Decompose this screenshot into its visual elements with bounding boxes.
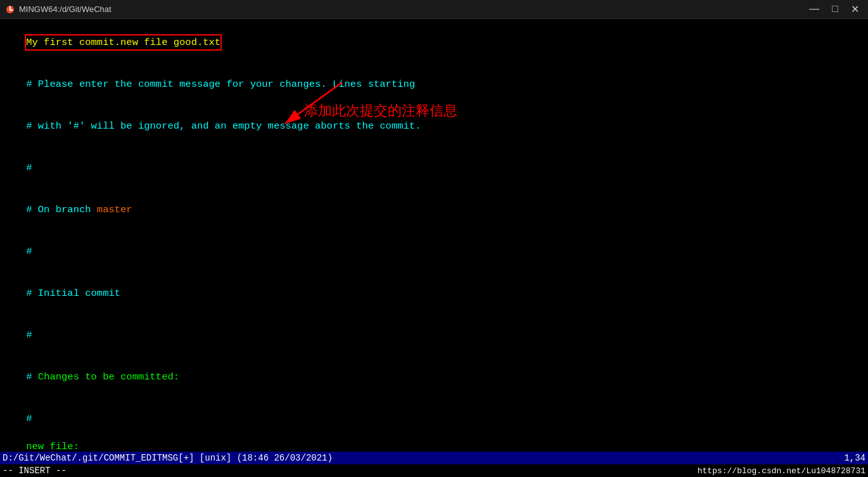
status-bar-position: 1,34 (844, 453, 865, 463)
app-icon (5, 4, 15, 15)
svg-rect-1 (10, 6, 11, 10)
url-text: https://blog.csdn.net/Lu1048728731 (698, 466, 865, 476)
close-button[interactable]: ✕ (847, 3, 863, 15)
title-bar-left: MINGW64:/d/Git/WeChat (5, 4, 112, 15)
line-2: # Please enter the commit message for yo… (3, 63, 865, 105)
window-title: MINGW64:/d/Git/WeChat (19, 4, 112, 14)
title-bar: MINGW64:/d/Git/WeChat — □ ✕ (0, 0, 868, 19)
commit-message-highlighted: My first commit.new file good.txt (26, 35, 220, 49)
window-controls[interactable]: — □ ✕ (805, 3, 863, 15)
vim-mode-indicator: -- INSERT -- (3, 466, 67, 476)
status-bar: D:/Git/WeChat/.git/COMMIT_EDITMSG[+] [un… (0, 452, 868, 464)
line-7: # Initial commit (3, 272, 865, 314)
line-4: # (3, 147, 865, 189)
svg-rect-2 (10, 10, 13, 11)
terminal-area: My first commit.new file good.txt # Plea… (0, 19, 868, 452)
line-3: # with '#' will be ignored, and an empty… (3, 105, 865, 147)
line-9: # Changes to be committed: (3, 356, 865, 398)
insert-bar: -- INSERT -- https://blog.csdn.net/Lu104… (0, 464, 868, 477)
line-6: # (3, 231, 865, 272)
status-bar-filepath: D:/Git/WeChat/.git/COMMIT_EDITMSG[+] [un… (3, 453, 844, 463)
line-5: # On branch master (3, 189, 865, 231)
line-1: My first commit.new file good.txt (3, 22, 865, 63)
line-10: # new file: good.txt (3, 398, 865, 452)
minimize-button[interactable]: — (805, 3, 823, 15)
line-8: # (3, 314, 865, 356)
maximize-button[interactable]: □ (828, 3, 842, 15)
